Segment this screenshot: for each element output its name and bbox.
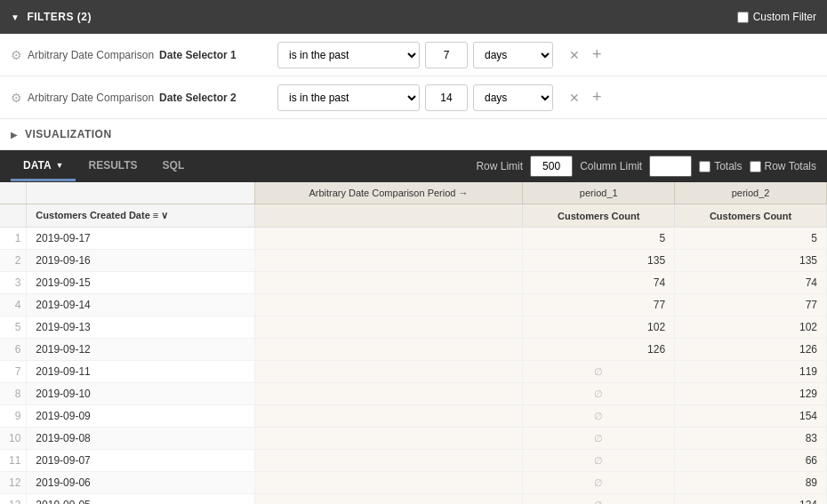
cell-count1: ∅ — [523, 472, 675, 494]
group-header-empty-1 — [0, 182, 27, 204]
cell-rownum: 12 — [0, 472, 27, 494]
data-toolbar: DATA ▼ RESULTS SQL Row Limit Column Limi… — [0, 150, 827, 182]
tab-sql[interactable]: SQL — [150, 152, 197, 181]
cell-period — [254, 450, 523, 472]
filter-1-condition-select[interactable]: is in the past is on is before is after — [277, 42, 420, 68]
table-row: 12019-09-1755 — [0, 228, 827, 250]
filter-2-label: ⚙ Arbitrary Date Comparison Date Selecto… — [11, 91, 269, 105]
row-totals-checkbox[interactable] — [750, 161, 761, 172]
cell-count1: ∅ — [523, 428, 675, 450]
table-row: 32019-09-157474 — [0, 272, 827, 294]
filter-2-add-button[interactable]: + — [589, 86, 606, 108]
cell-date: 2019-09-12 — [27, 339, 254, 361]
group-header-period1: period_1 — [523, 182, 675, 204]
cell-count2: 89 — [675, 472, 827, 494]
col-header-rownum — [0, 204, 27, 228]
cell-rownum: 13 — [0, 494, 27, 505]
cell-period — [254, 272, 523, 294]
cell-period — [254, 250, 523, 272]
tab-results-label: RESULTS — [88, 159, 137, 172]
cell-period — [254, 494, 523, 505]
filter-1-add-button[interactable]: + — [589, 44, 606, 66]
col-limit-input[interactable] — [649, 156, 692, 177]
cell-period — [254, 294, 523, 316]
filter-row-1: ⚙ Arbitrary Date Comparison Date Selecto… — [0, 34, 827, 76]
cell-count1: ∅ — [523, 383, 675, 405]
cell-date: 2019-09-13 — [27, 316, 254, 339]
filters-header: ▼ FILTERS (2) Custom Filter — [0, 0, 827, 34]
filter-1-actions: ✕ + — [566, 44, 606, 66]
group-header-period2: period_2 — [675, 182, 827, 204]
cell-rownum: 6 — [0, 339, 27, 361]
toolbar-controls: Row Limit Column Limit Totals Row Totals — [476, 156, 816, 177]
col-header-date[interactable]: Customers Created Date ≡ ∨ — [27, 204, 254, 228]
col-limit-label: Column Limit — [580, 160, 642, 172]
visualization-label: VISUALIZATION — [25, 128, 112, 140]
filters-title-text: FILTERS (2) — [27, 11, 92, 23]
filter-2-close-button[interactable]: ✕ — [566, 89, 583, 107]
cell-date: 2019-09-10 — [27, 383, 254, 405]
table-row: 82019-09-10∅129 — [0, 383, 827, 405]
filter-2-condition-select[interactable]: is in the past is on is before is after — [277, 84, 420, 111]
visualization-section[interactable]: ▶ VISUALIZATION — [0, 119, 827, 150]
gear-icon-1[interactable]: ⚙ — [11, 48, 22, 62]
cell-rownum: 10 — [0, 428, 27, 450]
filter-1-unit-select[interactable]: days weeks months years — [473, 42, 553, 68]
cell-count1: 74 — [523, 272, 675, 294]
row-totals-label[interactable]: Row Totals — [750, 160, 816, 172]
cell-count1: 135 — [523, 250, 675, 272]
cell-date: 2019-09-06 — [27, 472, 254, 494]
cell-rownum: 1 — [0, 228, 27, 250]
cell-count2: 124 — [675, 494, 827, 505]
filter-2-unit-select[interactable]: days weeks months years — [473, 84, 553, 111]
custom-filter-checkbox[interactable] — [737, 12, 749, 23]
visualization-chevron-icon: ▶ — [11, 130, 18, 140]
cell-count2: 5 — [675, 228, 827, 250]
filter-1-close-button[interactable]: ✕ — [566, 46, 583, 64]
table-row: 72019-09-11∅119 — [0, 361, 827, 383]
totals-label[interactable]: Totals — [699, 160, 742, 172]
table-row: 42019-09-147777 — [0, 294, 827, 316]
cell-period — [254, 383, 523, 405]
cell-period — [254, 472, 523, 494]
totals-text: Totals — [714, 160, 742, 172]
gear-icon-2[interactable]: ⚙ — [11, 91, 22, 105]
row-totals-text: Row Totals — [765, 160, 816, 172]
cell-count1: ∅ — [523, 450, 675, 472]
tab-data-arrow-icon: ▼ — [56, 161, 64, 170]
table-row: 62019-09-12126126 — [0, 339, 827, 361]
filter-row-2: ⚙ Arbitrary Date Comparison Date Selecto… — [0, 76, 827, 119]
cell-period — [254, 361, 523, 383]
tab-data[interactable]: DATA ▼ — [11, 152, 76, 181]
table-row: 92019-09-09∅154 — [0, 405, 827, 428]
filter-2-number-input[interactable] — [425, 84, 468, 111]
cell-period — [254, 428, 523, 450]
data-table-container: Arbitrary Date Comparison Period → perio… — [0, 182, 827, 504]
col-header-period — [254, 204, 523, 228]
cell-count2: 74 — [675, 272, 827, 294]
totals-checkbox[interactable] — [699, 161, 711, 172]
table-col-header-row: Customers Created Date ≡ ∨ Customers Cou… — [0, 204, 827, 228]
cell-rownum: 4 — [0, 294, 27, 316]
filters-title[interactable]: ▼ FILTERS (2) — [11, 11, 92, 23]
tab-sql-label: SQL — [163, 159, 185, 172]
tab-results[interactable]: RESULTS — [76, 152, 149, 181]
cell-date: 2019-09-16 — [27, 250, 254, 272]
cell-count1: 5 — [523, 228, 675, 250]
data-table: Arbitrary Date Comparison Period → perio… — [0, 182, 827, 504]
group-header-date — [27, 182, 254, 204]
cell-rownum: 5 — [0, 316, 27, 339]
table-row: 122019-09-06∅89 — [0, 472, 827, 494]
cell-count2: 129 — [675, 383, 827, 405]
cell-count2: 135 — [675, 250, 827, 272]
cell-count1: 126 — [523, 339, 675, 361]
cell-rownum: 7 — [0, 361, 27, 383]
filter-1-number-input[interactable] — [425, 42, 468, 68]
filter-1-prefix: Arbitrary Date Comparison — [28, 49, 154, 61]
cell-count2: 83 — [675, 428, 827, 450]
table-row: 132019-09-05∅124 — [0, 494, 827, 505]
custom-filter-label[interactable]: Custom Filter — [737, 11, 816, 23]
row-limit-input[interactable] — [530, 156, 573, 177]
cell-rownum: 9 — [0, 405, 27, 428]
cell-count2: 66 — [675, 450, 827, 472]
